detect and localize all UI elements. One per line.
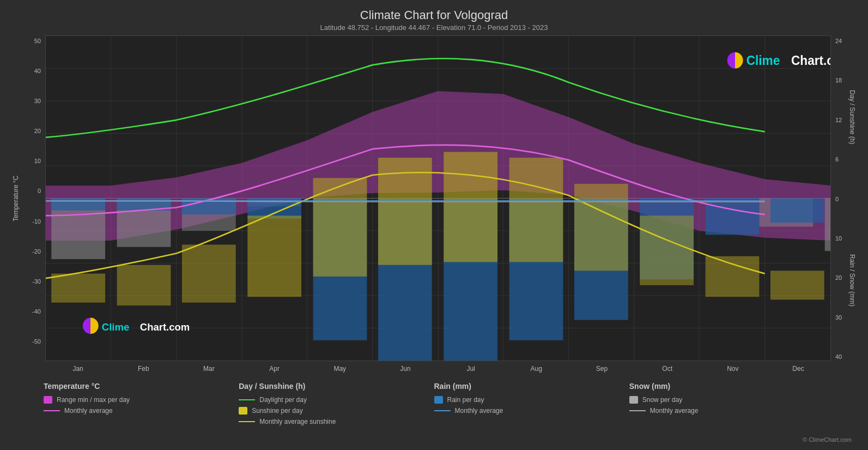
legend-temp-range-swatch	[44, 396, 52, 404]
chart-center: Clime Chart.com Clime Chart.com	[45, 35, 831, 376]
legend-daylight-line	[239, 399, 255, 400]
x-tick-jul: Jul	[438, 365, 503, 373]
legend-sunshine-label: Sunshine per day	[252, 407, 302, 415]
svg-point-56	[83, 317, 99, 334]
right-axes: 24 18 12 6 0 10 20 30 40 Day / Sunshine …	[831, 35, 857, 376]
legend-rain-swatch	[434, 396, 443, 404]
title-area: Climate Chart for Volgograd Latitude 48.…	[11, 5, 857, 33]
left-y-axis: 50 40 30 20 10 0 -10 -20 -30 -40 -50	[21, 35, 45, 361]
right-y-label-rain: Rain / Snow (mm)	[847, 254, 857, 307]
legend-sunshine-title: Day / Sunshine (h)	[239, 382, 434, 391]
svg-rect-50	[706, 256, 760, 297]
legend-daylight-label: Daylight per day	[259, 396, 307, 404]
svg-text:Chart.com: Chart.com	[140, 321, 190, 332]
svg-rect-28	[51, 199, 105, 211]
tick-30: 30	[34, 98, 41, 104]
page-container: Climate Chart for Volgograd Latitude 48.…	[0, 0, 868, 450]
svg-rect-38	[706, 199, 760, 235]
x-tick-apr: Apr	[242, 365, 307, 373]
x-tick-mar: Mar	[176, 365, 241, 373]
legend-sunshine-avg: Monthly average sunshine	[239, 418, 434, 425]
legend-daylight: Daylight per day	[239, 396, 434, 404]
svg-rect-51	[770, 271, 824, 299]
tick-0: 0	[38, 188, 41, 194]
rtick-0: 0	[835, 196, 839, 202]
legend-temp-avg: Monthly average	[44, 407, 239, 415]
x-axis: Jan Feb Mar Apr May Jun Jul Aug Sep Oct …	[45, 361, 831, 376]
svg-text:Clime: Clime	[102, 321, 129, 332]
x-tick-jan: Jan	[45, 365, 111, 373]
x-tick-dec: Dec	[766, 365, 831, 373]
tick-20: 20	[34, 128, 41, 134]
legend-sunshine-avg-line	[239, 421, 255, 422]
x-tick-may: May	[307, 365, 373, 373]
legend-col-sunshine: Day / Sunshine (h) Daylight per day Suns…	[239, 382, 434, 434]
legend-sunshine-avg-label: Monthly average sunshine	[259, 418, 336, 425]
legend-temp-avg-line	[44, 410, 60, 411]
svg-rect-46	[444, 152, 497, 262]
legend-temp-title: Temperature °C	[44, 382, 239, 391]
left-y-label: Temperature °C	[11, 35, 21, 361]
legend-temp-avg-label: Monthly average	[64, 407, 113, 415]
svg-rect-41	[117, 265, 171, 305]
x-tick-jun: Jun	[373, 365, 438, 373]
tick-n30: -30	[32, 279, 41, 285]
svg-text:Chart.com: Chart.com	[791, 53, 830, 68]
copyright-text: © ClimeChart.com	[11, 436, 857, 445]
legend-rain-bar: Rain per day	[434, 396, 629, 404]
rtick-20: 20	[835, 275, 842, 281]
legend-snow-swatch	[629, 396, 638, 404]
legend-col-temperature: Temperature °C Range min / max per day M…	[44, 382, 239, 434]
svg-rect-48	[574, 184, 628, 271]
right-y-axis-sunshine: 24 18 12 6 0 10 20 30 40	[831, 35, 847, 376]
rtick-12: 12	[835, 117, 842, 123]
tick-n50: -50	[32, 339, 41, 345]
x-tick-feb: Feb	[111, 365, 176, 373]
svg-text:Clime: Clime	[746, 53, 780, 68]
rtick-18: 18	[835, 77, 842, 83]
svg-point-53	[727, 52, 743, 69]
x-tick-aug: Aug	[503, 365, 569, 373]
tick-40: 40	[34, 68, 41, 74]
x-tick-oct: Oct	[635, 365, 700, 373]
rtick-30: 30	[835, 315, 842, 321]
legend-rain-label: Rain per day	[447, 396, 484, 404]
left-y-section: Temperature °C 50 40 30 20 10 0 -10 -20 …	[11, 35, 45, 361]
legend-snow-title: Snow (mm)	[629, 382, 824, 391]
legend-temp-range: Range min / max per day	[44, 396, 239, 404]
right-y-label-sunshine: Day / Sunshine (h)	[847, 90, 857, 144]
legend-snow-avg: Monthly average	[629, 407, 824, 415]
legend-rain-avg: Monthly average	[434, 407, 629, 415]
x-tick-nov: Nov	[700, 365, 766, 373]
svg-rect-49	[640, 215, 694, 285]
legend-col-rain: Rain (mm) Rain per day Monthly average	[434, 382, 629, 434]
chart-area: Clime Chart.com Clime Chart.com	[45, 35, 831, 361]
tick-n10: -10	[32, 219, 41, 225]
svg-rect-40	[51, 274, 105, 303]
legend-temp-range-label: Range min / max per day	[57, 396, 130, 404]
legend-area: Temperature °C Range min / max per day M…	[11, 376, 857, 436]
svg-rect-27	[825, 199, 830, 251]
tick-50: 50	[34, 38, 41, 44]
tick-10: 10	[34, 158, 41, 164]
svg-rect-47	[509, 158, 563, 262]
right-y-labels: Day / Sunshine (h) Rain / Snow (mm)	[847, 35, 857, 361]
legend-snow-avg-line	[629, 410, 646, 411]
legend-col-snow: Snow (mm) Snow per day Monthly average	[629, 382, 824, 434]
tick-n20: -20	[32, 249, 41, 255]
svg-rect-42	[182, 245, 236, 303]
tick-n40: -40	[32, 309, 41, 315]
climate-chart-svg: Clime Chart.com Clime Chart.com	[46, 36, 830, 361]
subtitle: Latitude 48.752 - Longitude 44.467 - Ele…	[11, 23, 857, 32]
legend-snow-label: Snow per day	[642, 396, 682, 404]
rtick-24: 24	[835, 38, 842, 44]
legend-rain-title: Rain (mm)	[434, 382, 629, 391]
rtick-10: 10	[835, 236, 842, 242]
chart-wrapper: Temperature °C 50 40 30 20 10 0 -10 -20 …	[11, 35, 857, 376]
main-title: Climate Chart for Volgograd	[11, 8, 857, 22]
x-tick-sep: Sep	[569, 365, 634, 373]
legend-sunshine-swatch	[239, 407, 247, 415]
svg-rect-39	[770, 199, 824, 223]
rtick-6: 6	[835, 157, 839, 163]
legend-snow-avg-label: Monthly average	[650, 407, 699, 415]
